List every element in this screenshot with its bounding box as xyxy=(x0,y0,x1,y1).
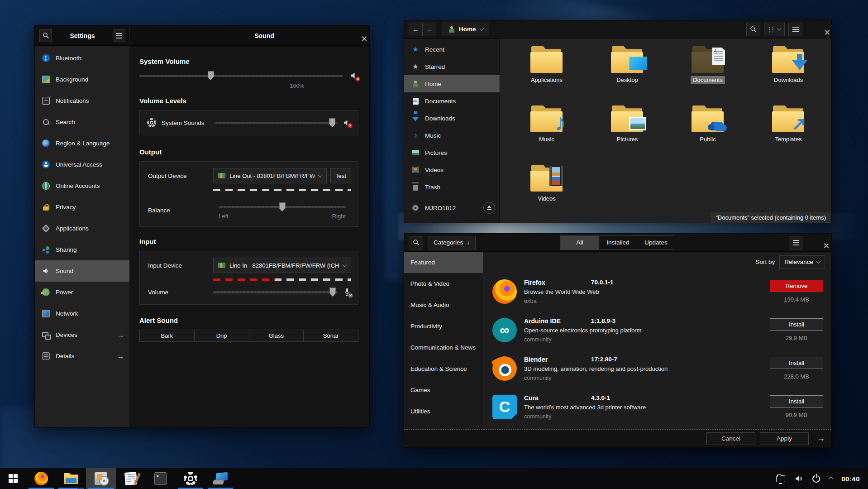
sidebar-item-videos[interactable]: Videos xyxy=(404,161,500,178)
details-arrow-button[interactable]: → xyxy=(817,434,825,443)
folder-pictures[interactable]: Pictures xyxy=(589,103,666,163)
sidebar-item-bluetooth[interactable]: Bluetooth xyxy=(35,48,129,69)
folder-desktop[interactable]: Desktop xyxy=(589,44,666,103)
tray-expand-chevron[interactable] xyxy=(829,477,832,480)
back-button[interactable]: ← xyxy=(409,23,423,36)
install-button[interactable]: Install xyxy=(770,318,823,331)
apply-button[interactable]: Apply xyxy=(760,432,809,445)
sidebar-item-details[interactable]: Details→ xyxy=(35,345,129,367)
category-education-science[interactable]: Education & Science xyxy=(404,358,483,379)
forward-button[interactable]: → xyxy=(422,23,436,36)
tab-updates[interactable]: Updates xyxy=(637,236,675,249)
power-tray-icon[interactable] xyxy=(812,475,820,483)
category-games[interactable]: Games xyxy=(404,379,483,401)
sidebar-item-devices[interactable]: Devices→ xyxy=(35,324,129,345)
menu-button[interactable] xyxy=(788,23,802,36)
sidebar-item-power[interactable]: Power xyxy=(35,282,129,303)
start-button[interactable] xyxy=(0,468,26,489)
sidebar-item-applications[interactable]: Applications xyxy=(35,218,129,239)
menu-button[interactable] xyxy=(113,29,125,42)
remove-button[interactable]: Remove xyxy=(770,280,823,292)
folder-music[interactable]: ♪ Music xyxy=(508,103,585,163)
folder-public[interactable]: Public xyxy=(669,103,746,163)
balance-slider[interactable] xyxy=(219,202,346,212)
test-button[interactable]: Test xyxy=(330,168,351,183)
taskbar-file-manager[interactable] xyxy=(56,468,86,489)
bluetooth-icon xyxy=(42,54,50,62)
alert-option-glass[interactable]: Glass xyxy=(249,330,304,342)
muted-speaker-icon[interactable]: ✕ xyxy=(343,119,351,127)
sidebar-item-network[interactable]: Network xyxy=(35,303,129,324)
category-productivity[interactable]: Productivity xyxy=(404,316,483,337)
sidebar-item-region-language[interactable]: Region & Language xyxy=(35,133,129,154)
sidebar-item-starred[interactable]: ★Starred xyxy=(404,58,500,75)
folder-videos[interactable]: Videos xyxy=(508,163,585,222)
folder-applications[interactable]: Applications xyxy=(508,44,585,103)
category-music-audio[interactable]: Music & Audio xyxy=(404,294,483,316)
muted-speaker-icon[interactable]: ✕ xyxy=(349,71,358,80)
location-button[interactable]: Home xyxy=(443,23,489,36)
sidebar-item-home[interactable]: Home xyxy=(404,75,500,92)
cancel-button[interactable]: Cancel xyxy=(706,432,755,445)
app-row-arduino[interactable]: ∞ Arduino IDE1:1.8.9-3 Open-source elect… xyxy=(483,311,831,349)
category-featured[interactable]: Featured xyxy=(404,252,483,273)
sidebar-item-mjro1812[interactable]: MJRO1812 xyxy=(404,199,500,216)
category-communication-news[interactable]: Communication & News xyxy=(404,337,483,358)
install-button[interactable]: Install xyxy=(770,357,823,369)
slider-thumb[interactable] xyxy=(329,118,335,127)
slider-thumb[interactable] xyxy=(329,288,336,297)
view-options-button[interactable] xyxy=(764,23,785,36)
sort-dropdown[interactable]: Relevance xyxy=(779,255,825,269)
taskbar-notepad[interactable] xyxy=(116,468,146,489)
sidebar-item-music[interactable]: ♪Music xyxy=(404,127,500,144)
volume-tray-icon[interactable] xyxy=(794,475,803,483)
taskbar-firefox[interactable] xyxy=(26,468,56,489)
input-device-dropdown[interactable]: Line In - 82801FB/FBM/FR/FW/FRW (ICH6 Fa… xyxy=(213,258,351,273)
folder-templates[interactable]: ↗ Templates xyxy=(750,103,827,163)
sidebar-item-sharing[interactable]: Sharing xyxy=(35,239,129,260)
system-volume-slider[interactable]: 100% xyxy=(139,71,343,81)
input-volume-slider[interactable] xyxy=(213,287,338,297)
sidebar-item-sound[interactable]: Sound xyxy=(35,260,129,282)
category-photo-video[interactable]: Photo & Video xyxy=(404,273,483,294)
sidebar-item-search[interactable]: Search xyxy=(35,111,129,133)
sidebar-item-privacy[interactable]: Privacy xyxy=(35,197,129,218)
folder-documents-selected[interactable]: Documents xyxy=(669,44,746,103)
search-button[interactable] xyxy=(746,23,760,36)
app-row-cura[interactable]: C Cura4.3.0-1 The world's most advanced … xyxy=(483,388,831,426)
muted-microphone-icon[interactable]: ✕ xyxy=(343,288,351,297)
alert-option-sonar[interactable]: Sonar xyxy=(303,330,358,342)
sidebar-item-universal-access[interactable]: Universal Access xyxy=(35,154,129,175)
alert-option-drip[interactable]: Drip xyxy=(194,330,249,342)
alert-option-bark[interactable]: Bark xyxy=(139,330,195,342)
taskbar-display-app[interactable] xyxy=(205,468,235,489)
slider-thumb[interactable] xyxy=(279,202,286,211)
sidebar-item-online-accounts[interactable]: Online Accounts xyxy=(35,175,129,197)
sidebar-item-notifications[interactable]: Notifications xyxy=(35,90,129,111)
taskbar-terminal[interactable]: >_ xyxy=(146,468,176,489)
category-utilities[interactable]: Utilities xyxy=(404,401,483,422)
sidebar-item-background[interactable]: Background xyxy=(35,69,129,90)
folder-downloads[interactable]: Downloads xyxy=(750,44,827,103)
app-row-blender[interactable]: Blender17:2.80-7 3D modeling, animation,… xyxy=(483,349,831,388)
search-button[interactable] xyxy=(409,236,423,249)
install-button[interactable]: Install xyxy=(770,395,823,408)
sidebar-item-trash[interactable]: Trash xyxy=(404,178,500,196)
output-device-dropdown[interactable]: Line Out - 82801FB/FBM/FR/FW/FRW (... xyxy=(213,168,327,183)
search-button[interactable] xyxy=(39,29,52,42)
tab-installed[interactable]: Installed xyxy=(599,236,637,249)
slider-thumb[interactable] xyxy=(208,71,214,80)
categories-button[interactable]: Categories ↓ xyxy=(428,236,476,249)
taskbar-settings[interactable] xyxy=(176,468,205,489)
sidebar-item-downloads[interactable]: Downloads xyxy=(404,110,500,127)
taskbar-software-manager[interactable] xyxy=(86,468,116,489)
sidebar-item-pictures[interactable]: Pictures xyxy=(404,144,500,161)
sidebar-item-documents[interactable]: Documents xyxy=(404,92,500,110)
app-row-firefox[interactable]: Firefox70.0.1-1 Browse the World Wide We… xyxy=(483,272,831,311)
eject-button[interactable] xyxy=(483,202,495,214)
network-tray-icon[interactable] xyxy=(776,475,785,482)
tab-all[interactable]: All xyxy=(561,236,599,249)
system-sounds-slider[interactable] xyxy=(215,118,337,128)
menu-button[interactable] xyxy=(789,236,803,249)
sidebar-item-recent[interactable]: ★Recent xyxy=(404,41,500,58)
